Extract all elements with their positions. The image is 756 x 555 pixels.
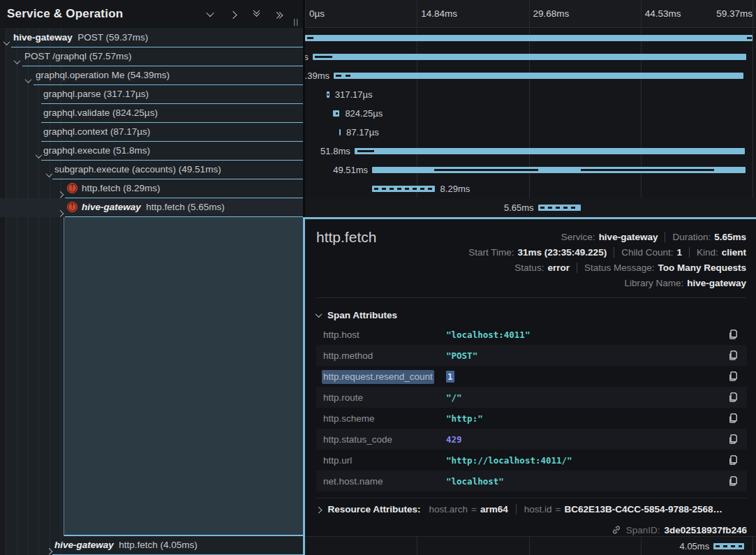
attribute-row: http.status_code429 xyxy=(316,429,747,450)
span-bar[interactable] xyxy=(713,543,744,549)
chevron-right-icon[interactable] xyxy=(47,543,52,555)
tree-row[interactable]: hive-gateway POST (59.37ms) xyxy=(0,29,303,47)
meta-label: Kind: xyxy=(697,247,718,258)
span-duration-label: 57.57ms xyxy=(305,52,309,62)
attribute-row: http.request.resend_count1 xyxy=(316,366,747,387)
attribute-row: http.host"localhost:4011" xyxy=(316,324,747,345)
attribute-value: "localhost" xyxy=(446,476,504,487)
tree-row-label: POST /graphql (57.57ms) xyxy=(24,51,132,61)
double-chevron-right-icon[interactable] xyxy=(274,8,285,20)
chevron-down-icon[interactable] xyxy=(4,36,9,48)
tree-row-label: graphql.context (87.17µs) xyxy=(43,126,150,137)
tree-row-label: hive-gateway http.fetch (5.65ms) xyxy=(82,202,225,212)
span-bar[interactable] xyxy=(372,186,435,192)
tree-row[interactable]: graphql.context (87.17µs) xyxy=(0,123,303,142)
resource-attributes-row[interactable]: Resource Attributes: host.arch=arm64host… xyxy=(316,498,747,520)
span-meta: Service:hive-gatewayDuration:5.65msStart… xyxy=(468,229,746,290)
attribute-value: 429 xyxy=(446,434,462,445)
tree-row[interactable]: subgraph.execute (accounts) (49.51ms) xyxy=(0,161,303,179)
copy-icon[interactable] xyxy=(728,392,739,403)
attribute-key: http.host xyxy=(316,330,446,340)
equals-sign: = xyxy=(471,504,477,515)
tree-row-label: hive-gateway http.fetch (4.05ms) xyxy=(54,540,198,550)
resource-key: host.arch xyxy=(429,504,468,515)
attribute-value: "localhost:4011" xyxy=(446,330,530,340)
span-bar[interactable] xyxy=(538,205,581,211)
meta-label: Library Name: xyxy=(624,278,683,288)
meta-label: Service: xyxy=(561,232,595,242)
tree-row[interactable]: graphql.parse (317.17µs) xyxy=(0,85,303,104)
tree-row[interactable]: graphql.execute (51.8ms) xyxy=(0,142,303,161)
span-duration-label: 49.51ms xyxy=(333,165,368,175)
attribute-row: http.method"POST" xyxy=(316,345,747,366)
chevron-right-icon[interactable] xyxy=(58,205,63,218)
span-bar[interactable] xyxy=(305,35,753,41)
span-duration-label: 8.29ms xyxy=(440,184,470,194)
gridline xyxy=(417,537,417,555)
divider-line xyxy=(316,297,746,298)
meta-line: Library Name:hive-gateway xyxy=(624,275,746,290)
attribute-value: "/" xyxy=(446,392,462,403)
copy-icon[interactable] xyxy=(728,454,739,466)
gridline xyxy=(305,0,306,28)
span-bar[interactable] xyxy=(355,148,745,154)
span-bar[interactable] xyxy=(334,73,743,79)
span-duration-label: 51.8ms xyxy=(320,146,350,156)
meta-line: Status:errorStatus Message:Too Many Requ… xyxy=(514,260,746,275)
link-icon[interactable] xyxy=(612,525,621,535)
chevron-down-icon[interactable] xyxy=(15,54,20,67)
gridline xyxy=(753,29,753,217)
chevron-right-icon xyxy=(316,507,322,513)
tree-row[interactable]: !http.fetch (8.29ms) xyxy=(0,179,303,198)
tree-row-label: graphql.parse (317.17µs) xyxy=(43,89,149,99)
span-id-row: SpanID: 3de02518937fb246 xyxy=(612,520,747,540)
meta-line: Start Time:31ms (23:35:49.225)Child Coun… xyxy=(468,244,746,260)
meta-value: client xyxy=(722,247,746,258)
attribute-row: http.route"/" xyxy=(316,387,747,408)
chevron-down-icon[interactable] xyxy=(26,73,31,86)
meta-divider xyxy=(516,504,517,515)
chevron-right-icon[interactable] xyxy=(58,186,63,199)
copy-icon[interactable] xyxy=(728,434,739,445)
copy-icon[interactable] xyxy=(728,371,739,382)
copy-icon[interactable] xyxy=(728,350,739,361)
copy-icon[interactable] xyxy=(728,475,739,487)
tree-row[interactable]: hive-gateway http.fetch (4.05ms) xyxy=(0,536,303,555)
gridline xyxy=(641,0,642,28)
attribute-value: "POST" xyxy=(446,350,477,361)
span-bar[interactable] xyxy=(372,167,746,173)
span-bar[interactable] xyxy=(327,91,329,98)
span-duration-label: 87.17µs xyxy=(346,127,379,138)
service-name: hive-gateway xyxy=(13,32,73,43)
tree-row[interactable]: graphql.operation Me (54.39ms) xyxy=(0,66,303,85)
panel-resize-handle[interactable]: || xyxy=(293,17,299,26)
tree-row-label: graphql.operation Me (54.39ms) xyxy=(36,70,170,80)
span-bar[interactable] xyxy=(333,110,339,117)
tree-row-label: subgraph.execute (accounts) (49.51ms) xyxy=(54,164,221,175)
span-bar[interactable] xyxy=(313,54,747,60)
span-attributes-header[interactable]: Span Attributes xyxy=(316,310,397,320)
gridline xyxy=(529,0,530,28)
tree-row-label: graphql.validate (824.25µs) xyxy=(43,108,158,118)
meta-divider xyxy=(665,232,665,242)
copy-icon[interactable] xyxy=(728,329,739,340)
chevron-right-icon[interactable] xyxy=(228,8,239,20)
meta-label: Child Count: xyxy=(621,247,673,258)
tree-row[interactable]: graphql.validate (824.25µs) xyxy=(0,104,303,123)
span-duration-label: 317.17µs xyxy=(335,89,373,100)
gridline xyxy=(529,537,530,555)
tree-row[interactable]: POST /graphql (57.57ms) xyxy=(0,47,303,66)
tree-row[interactable]: !hive-gateway http.fetch (5.65ms) xyxy=(0,198,303,217)
double-chevron-down-icon[interactable] xyxy=(251,8,262,20)
attribute-key: http.route xyxy=(316,392,446,403)
attribute-key: http.url xyxy=(316,455,446,466)
attribute-row: net.host.name"localhost" xyxy=(316,471,747,491)
chevron-down-icon[interactable] xyxy=(47,168,52,180)
chevron-down-icon[interactable] xyxy=(36,149,41,161)
span-bar[interactable] xyxy=(339,129,341,135)
attribute-key: http.request.resend_count xyxy=(316,371,446,382)
child-span-mark xyxy=(336,75,341,77)
chevron-down-icon[interactable] xyxy=(205,8,216,20)
copy-icon[interactable] xyxy=(728,413,739,424)
child-span-mark xyxy=(307,37,314,39)
